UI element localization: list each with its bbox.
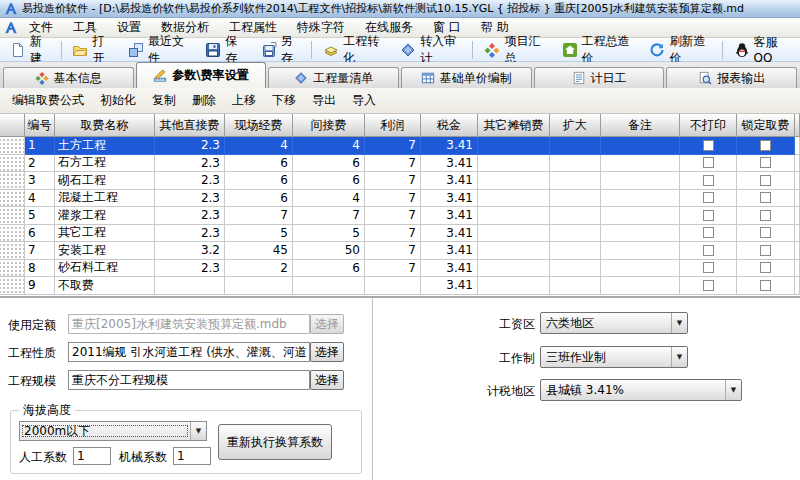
cell[interactable]: 6 [293,260,365,278]
cell[interactable]: 4 [293,190,365,208]
cell[interactable]: 3.41 [421,207,478,225]
cell[interactable]: 2.3 [155,260,225,278]
column-header[interactable]: 现场经费 [225,114,293,137]
tab-basic-info[interactable]: 基本信息 [3,67,134,88]
column-header[interactable]: 锁定取费 [737,114,795,137]
cell[interactable] [478,155,550,173]
row-selector[interactable] [0,260,25,278]
lock-fee-checkbox[interactable] [760,157,771,168]
lock-fee-checkbox[interactable] [760,192,771,203]
cell[interactable]: 5 [293,225,365,243]
tab-unit-price[interactable]: 基础单价编制 [401,67,532,88]
cell[interactable]: 7 [25,242,55,260]
no-print-checkbox[interactable] [703,192,714,203]
cell[interactable]: 2.3 [155,207,225,225]
save-button[interactable]: 保存 [197,39,253,61]
table-row[interactable]: 1土方工程2.34473.41 [0,137,800,155]
no-print-checkbox[interactable] [703,262,714,273]
cell[interactable] [550,242,601,260]
cell[interactable]: 灌浆工程 [55,207,155,225]
cell[interactable] [550,260,601,278]
table-row[interactable]: 7安装工程3.2455073.41 [0,242,800,260]
cell[interactable]: 7 [365,155,421,173]
no-print-checkbox[interactable] [703,210,714,221]
cell[interactable]: 3.41 [421,242,478,260]
menu-settings[interactable]: 设置 [108,18,150,37]
project-summary-button[interactable]: 项目汇总 [476,39,553,61]
no-print-checkbox[interactable] [703,280,714,291]
cell[interactable] [601,155,680,173]
table-row[interactable]: 9不取费3.41 [0,277,800,295]
cell[interactable]: 砂石料工程 [55,260,155,278]
cell[interactable]: 6 [225,190,293,208]
cell[interactable]: 6 [225,172,293,190]
cell[interactable] [601,137,680,155]
cell[interactable] [478,137,550,155]
cell[interactable]: 4 [225,137,293,155]
cell[interactable] [550,207,601,225]
tab-daywork[interactable]: 计日工 [534,67,665,88]
recent-files-button[interactable]: 最近文件 [120,39,197,61]
cell[interactable] [478,277,550,295]
column-header[interactable]: 备注 [601,114,680,137]
cell[interactable] [550,277,601,295]
wage-zone-dropdown[interactable]: 六类地区 ▼ [540,312,688,334]
cell[interactable] [478,207,550,225]
cell[interactable] [550,190,601,208]
cell[interactable]: 3.41 [421,155,478,173]
table-row[interactable]: 4混凝土工程2.36473.41 [0,190,800,208]
cell[interactable]: 3 [25,172,55,190]
cell[interactable]: 7 [365,260,421,278]
cell[interactable] [478,225,550,243]
export-button[interactable]: 导出 [306,90,342,111]
cell[interactable]: 7 [365,172,421,190]
nature-select-button[interactable]: 选择 [310,342,344,362]
cell[interactable]: 7 [225,207,293,225]
total-cost-button[interactable]: 工程总造价 [554,39,642,61]
row-selector[interactable] [0,277,25,295]
cell[interactable]: 7 [365,137,421,155]
cell[interactable] [478,260,550,278]
row-selector[interactable] [0,207,25,225]
cell[interactable] [478,190,550,208]
copy-button[interactable]: 复制 [146,90,182,111]
no-print-checkbox[interactable] [703,245,714,256]
no-print-checkbox[interactable] [703,227,714,238]
row-selector[interactable] [0,225,25,243]
cell[interactable]: 6 [225,155,293,173]
no-print-checkbox[interactable] [703,175,714,186]
cell[interactable] [550,172,601,190]
column-header[interactable]: 取费名称 [55,114,155,137]
cell[interactable]: 3.41 [421,172,478,190]
cell[interactable]: 7 [365,207,421,225]
cell[interactable] [601,190,680,208]
cell[interactable]: 2 [225,260,293,278]
lock-fee-checkbox[interactable] [760,245,771,256]
qq-service-button[interactable]: 客服QQ [726,39,799,61]
save-as-button[interactable]: 另存 [253,39,309,61]
machine-coefficient-field[interactable]: 1 [173,447,211,465]
open-button[interactable]: 打开 [64,39,120,61]
cell[interactable] [601,242,680,260]
column-header[interactable]: 利润 [365,114,421,137]
column-header[interactable]: 税金 [421,114,478,137]
import-button[interactable]: 导入 [346,90,382,111]
cell[interactable] [225,277,293,295]
labor-coefficient-field[interactable]: 1 [73,447,111,465]
cell[interactable]: 3.41 [421,225,478,243]
new-button[interactable]: 新建 [2,39,58,61]
refresh-cost-button[interactable]: 刷新造价 [641,39,718,61]
cell[interactable] [550,137,601,155]
lock-fee-checkbox[interactable] [760,175,771,186]
cell[interactable]: 8 [25,260,55,278]
cell[interactable] [365,277,421,295]
row-selector[interactable] [0,242,25,260]
column-header[interactable]: 编号 [25,114,55,137]
cell[interactable] [478,242,550,260]
lock-fee-checkbox[interactable] [760,227,771,238]
cell[interactable] [550,155,601,173]
cell[interactable]: 5 [25,207,55,225]
cell[interactable]: 7 [293,207,365,225]
scale-select-button[interactable]: 选择 [310,370,344,390]
move-down-button[interactable]: 下移 [266,90,302,111]
